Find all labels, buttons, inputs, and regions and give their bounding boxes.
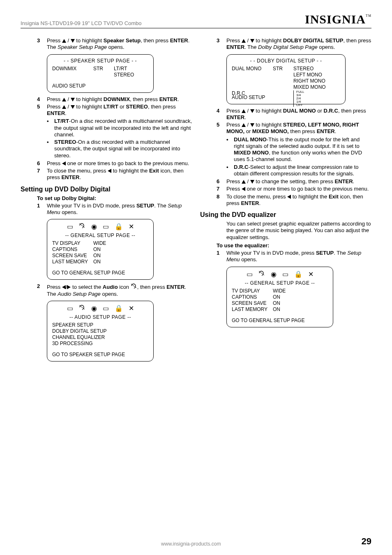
left-icon [242, 187, 245, 191]
left-step-2: 2 Press / to select the Audio icon , the… [37, 283, 192, 297]
left-icon [108, 169, 111, 173]
right-step-6: 6 Press / to change the setting, then pr… [217, 178, 371, 185]
lock-icon: 🔒 [294, 270, 302, 279]
ear-icon [131, 283, 137, 289]
page-footer: www.insignia-products.com 29 [21, 536, 371, 547]
left-icon [287, 195, 291, 199]
left-step-5: 5 Press / to highlight LT/RT or STEREO, … [37, 104, 192, 117]
right-step-3: 3 Press / to highlight DOLBY DIGITAL SET… [217, 37, 371, 51]
tv-icon: ▭ [67, 223, 73, 231]
page-number: 29 [362, 536, 371, 547]
up-icon [62, 39, 66, 43]
content-columns: 3 Press / to highlight Speaker Setup, th… [21, 37, 371, 365]
tv-icon: ▭ [67, 304, 73, 313]
heading-dolby: Setting up DVD Dolby Digital [21, 185, 192, 193]
up-icon [242, 109, 246, 113]
tools-icon: ✕ [129, 304, 134, 313]
right-eq-step-1: 1 While your TV is in DVD mode, press SE… [217, 250, 371, 263]
globe-icon: ◉ [91, 304, 97, 313]
osd-dolby-setup: - - DOLBY DIGITAL SETUP - - DUAL MONO ST… [226, 54, 346, 104]
screen-icon: ▭ [282, 270, 288, 279]
subheading-dolby: To set up Dolby Digital: [37, 195, 192, 202]
ear-icon [79, 223, 85, 228]
drc-scale: FULL 3/4 2/4 1/4 OFF [293, 90, 340, 107]
down-icon [71, 39, 75, 43]
screen-icon: ▭ [103, 223, 109, 231]
right-step-5: 5 Press / to highlight STEREO, LEFT MONO… [217, 122, 371, 135]
osd-icon-row: ▭ ◉ ▭ 🔒 ✕ [232, 270, 328, 279]
lock-icon: 🔒 [115, 223, 123, 231]
step-body: Press / to highlight Speaker Setup, then… [47, 37, 192, 51]
up-icon [242, 180, 246, 184]
down-icon [71, 105, 75, 109]
left-step-6: 6 Press one or more times to go back to … [37, 160, 192, 167]
osd-title: - - SPEAKER SETUP PAGE - - [52, 58, 148, 64]
trademark: TM [366, 12, 371, 18]
left-icon [62, 285, 66, 289]
subheading-equalizer: To use the equalizer: [217, 242, 371, 249]
down-icon [250, 109, 254, 113]
ear-icon [258, 270, 265, 276]
page-header: Insignia NS-LTDVD19-09 19" LCD TV/DVD Co… [21, 12, 371, 28]
up-icon [62, 98, 66, 101]
osd-icon-row: ▭ ◉ ▭ 🔒 ✕ [52, 304, 148, 313]
bullet-ltrt: • LT/RT-On a disc recorded with a multic… [47, 118, 192, 138]
down-icon [71, 98, 75, 101]
bullet-dualmono: • DUAL MONO-This is the output mode for … [226, 136, 371, 163]
osd-icon-row: ▭ ◉ ▭ 🔒 ✕ [52, 223, 148, 231]
bullet-stereo: • STEREO-On a disc recorded with a multi… [47, 139, 192, 159]
heading-equalizer: Using the DVD equalizer [200, 211, 371, 219]
step-number: 3 [37, 37, 47, 51]
ear-icon [79, 304, 85, 310]
osd-row: STEREO [52, 72, 148, 78]
osd-audio-setup: ▭ ◉ ▭ 🔒 ✕ -- AUDIO SETUP PAGE -- SPEAKER… [47, 301, 154, 362]
left-step-4: 4 Press / to highlight DOWNMIX, then pre… [37, 96, 192, 103]
equalizer-intro: You can select preset graphic equalizer … [226, 221, 371, 241]
left-step5-bullets: • LT/RT-On a disc recorded with a multic… [47, 118, 192, 159]
tv-icon: ▭ [247, 270, 253, 279]
brand-logo: INSIGNIA TM [305, 12, 371, 26]
model-text: Insignia NS-LTDVD19-09 19" LCD TV/DVD Co… [21, 20, 142, 26]
down-icon [250, 123, 254, 127]
left-column: 3 Press / to highlight Speaker Setup, th… [21, 37, 192, 365]
up-icon [242, 123, 246, 127]
left-step-1: 1 While your TV is in DVD mode, press SE… [37, 203, 192, 216]
footer-url: www.insignia-products.com [161, 541, 221, 547]
tools-icon: ✕ [308, 270, 314, 279]
osd-general-setup-right: ▭ ◉ ▭ 🔒 ✕ -- GENERAL SETUP PAGE -- TV DI… [226, 267, 333, 327]
left-step-7: 7 To close the menu, press to highlight … [37, 168, 192, 181]
down-icon [250, 180, 254, 184]
tools-icon: ✕ [129, 223, 134, 231]
bullet-drc: • D.R.C-Select to adjust the linear comp… [226, 164, 371, 177]
right-step-8: 8 To close the menu, press to highlight … [217, 193, 371, 207]
globe-icon: ◉ [271, 270, 277, 279]
down-icon [250, 39, 254, 43]
up-icon [62, 105, 66, 109]
brand-name: INSIGNIA [305, 12, 366, 26]
globe-icon: ◉ [91, 223, 97, 231]
osd-speaker-setup: - - SPEAKER SETUP PAGE - - DOWNMIX STR L… [47, 54, 154, 93]
osd-footer: AUDIO SETUP [52, 83, 148, 89]
up-icon [242, 39, 246, 43]
right-step-7: 7 Press one or more times to go back to … [217, 186, 371, 192]
screen-icon: ▭ [103, 304, 109, 313]
left-icon [62, 161, 66, 166]
osd-row: DOWNMIX STR LT/RT [52, 66, 148, 72]
right-step5-bullets: • DUAL MONO-This is the output mode for … [226, 136, 371, 177]
right-step-4: 4 Press / to highlight DUAL MONO or D.R.… [217, 108, 371, 121]
right-column: 3 Press / to highlight DOLBY DIGITAL SET… [200, 37, 371, 365]
osd-general-setup-left: ▭ ◉ ▭ 🔒 ✕ -- GENERAL SETUP PAGE -- TV DI… [47, 219, 154, 280]
left-step-3: 3 Press / to highlight Speaker Setup, th… [37, 37, 192, 51]
lock-icon: 🔒 [115, 304, 123, 313]
